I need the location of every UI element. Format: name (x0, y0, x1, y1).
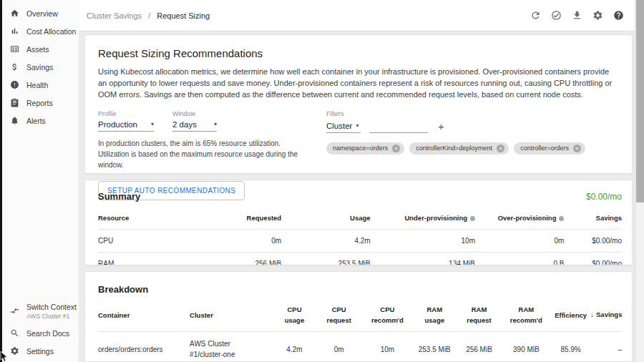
breadcrumb: Cluster Savings / Request Sizing (87, 11, 210, 20)
bar-chart-icon (10, 26, 19, 36)
breakdown-col-cpu-recommended: CPUrecomm'd (363, 298, 413, 332)
cell-ram-request: 256 MiB (457, 332, 501, 362)
breadcrumb-separator: / (148, 11, 150, 20)
gear-icon[interactable] (592, 10, 603, 21)
breakdown-col-ram-usage: RAMusage (412, 298, 457, 332)
add-filter-button[interactable]: + (436, 121, 446, 133)
filter-chip[interactable]: namespace=orders ✕ (326, 142, 404, 155)
sidebar-item-label: Settings (26, 347, 54, 356)
window-left-edge (0, 0, 2, 362)
profile-label: Profile (98, 110, 154, 117)
arrow-down-icon: ↓ (590, 310, 594, 318)
table-row: CPU 0m 4.2m 10m 0m $0.00/mo (98, 230, 622, 253)
sidebar-item-savings[interactable]: Savings (2, 58, 79, 76)
dollar-icon (10, 62, 19, 72)
breakdown-table: Container Cluster CPUusage CPUrequest CP… (98, 298, 622, 362)
filter-chip[interactable]: controller=orders ✕ (514, 142, 585, 155)
table-row[interactable]: orders/orders:orders AWS Cluster #1/clus… (98, 332, 622, 362)
breakdown-col-savings-sort[interactable]: ↓Savings (590, 298, 622, 332)
sidebar-item-label: Alerts (26, 117, 46, 125)
breakdown-col-container: Container (98, 298, 190, 332)
filter-chip-label: namespace=orders (333, 145, 388, 152)
help-icon[interactable] (613, 10, 624, 21)
window-label: Window (172, 110, 217, 117)
breakdown-col-efficiency: Efficiency (551, 298, 590, 332)
cell-cpu-request: 0m (316, 332, 363, 362)
info-icon[interactable] (559, 216, 564, 221)
page-description: Using Kubecost allocation metrics, we de… (98, 67, 617, 101)
chevron-down-icon: ▾ (214, 121, 217, 127)
breakdown-col-ram-request: RAMrequest (457, 298, 501, 332)
sidebar-item-search-docs[interactable]: Search Docs (2, 324, 79, 342)
sidebar-item-label: Assets (26, 45, 49, 54)
cell-requested: 0m (177, 230, 281, 253)
sidebar-item-reports[interactable]: Reports (2, 94, 79, 112)
sidebar-item-switch-context[interactable]: Switch Context AWS Cluster #1 (2, 298, 79, 324)
top-bar: Cluster Savings / Request Sizing (79, 0, 644, 31)
profile-field: Profile Production ▾ (98, 110, 154, 132)
cell-cpu-usage: 4.2m (273, 332, 316, 362)
total-savings-value: $0.00/mo (586, 192, 622, 202)
cell-under-provisioning: 10m (371, 230, 475, 253)
filter-chip[interactable]: controllerKind=deployment ✕ (409, 142, 509, 155)
breakdown-title: Breakdown (98, 284, 148, 295)
sidebar-item-label: Search Docs (26, 329, 69, 338)
cell-ram-recommended: 390 MiB (502, 332, 552, 362)
breakdown-col-cpu-request: CPUrequest (316, 298, 363, 332)
page-title: Request Sizing Recommendations (98, 47, 619, 59)
close-icon[interactable]: ✕ (497, 145, 504, 152)
sidebar: Overview Cost Allocation Assets Savings … (2, 0, 79, 362)
cell-usage: 253.5 MiB (281, 253, 370, 266)
cell-savings: $0.00/mo (564, 253, 622, 266)
breakdown-col-cpu-usage: CPUusage (273, 298, 316, 332)
close-icon[interactable]: ✕ (392, 145, 400, 152)
breadcrumb-current: Request Sizing (157, 11, 210, 20)
filter-value-input[interactable] (369, 121, 428, 133)
sidebar-item-settings[interactable]: Settings (2, 342, 79, 360)
bell-icon (10, 116, 19, 125)
scrollbar-track[interactable] (635, 0, 644, 362)
refresh-icon[interactable] (530, 10, 541, 21)
scrollbar-thumb[interactable] (636, 0, 644, 202)
filter-chip-label: controller=orders (520, 145, 569, 152)
cell-savings: $0.00/mo (564, 230, 622, 253)
info-icon[interactable] (470, 216, 475, 221)
filters-label: Filters (326, 110, 619, 117)
check-circle-icon[interactable] (550, 10, 562, 21)
summary-col-usage: Usage (281, 207, 370, 230)
breadcrumb-parent-link[interactable]: Cluster Savings (87, 11, 142, 20)
download-icon[interactable] (571, 10, 582, 21)
request-sizing-card: Request Sizing Recommendations Using Kub… (84, 34, 633, 174)
window-select[interactable]: 2 days ▾ (172, 120, 217, 132)
cell-ram-usage: 253.5 MiB (412, 332, 457, 362)
cell-savings: – (590, 332, 622, 362)
sidebar-item-label: Reports (26, 99, 53, 107)
sidebar-item-label: Cost Allocation (26, 27, 76, 36)
cell-container: orders/orders:orders (98, 332, 190, 362)
chevron-down-icon: ▾ (151, 121, 154, 127)
sidebar-item-alerts[interactable]: Alerts (2, 112, 79, 129)
gear-icon (10, 346, 19, 356)
close-icon[interactable]: ✕ (573, 145, 581, 152)
filters-section: Filters Cluster ▾ + namespace=orders ✕ (326, 110, 619, 200)
sidebar-item-label: Health (26, 81, 48, 89)
sidebar-item-assets[interactable]: Assets (2, 40, 79, 58)
sidebar-item-health[interactable]: Health (2, 76, 79, 94)
cell-over-provisioning: 0 B (475, 253, 564, 266)
sidebar-item-cost-allocation[interactable]: Cost Allocation (2, 22, 79, 40)
profile-select[interactable]: Production ▾ (98, 120, 154, 132)
clipboard-icon (10, 98, 19, 107)
breakdown-card: Breakdown Container Cluster CPUusage CPU… (84, 271, 633, 361)
chevron-down-icon: ▾ (356, 122, 358, 129)
table-row: RAM 256 MiB 253.5 MiB 134 MiB 0 B $0.00/… (98, 253, 622, 266)
health-alert-icon (10, 80, 19, 89)
assets-grid-icon (10, 44, 19, 54)
breakdown-col-ram-recommended: RAMrecomm'd (502, 298, 552, 332)
sidebar-item-overview[interactable]: Overview (2, 4, 79, 22)
cell-requested: 256 MiB (177, 253, 281, 266)
filter-type-select[interactable]: Cluster ▾ (326, 122, 361, 133)
summary-col-requested: Requested (177, 207, 281, 230)
cell-cpu-recommended: 10m (363, 332, 413, 362)
filter-type-value: Cluster (326, 122, 352, 130)
search-icon (10, 328, 19, 338)
